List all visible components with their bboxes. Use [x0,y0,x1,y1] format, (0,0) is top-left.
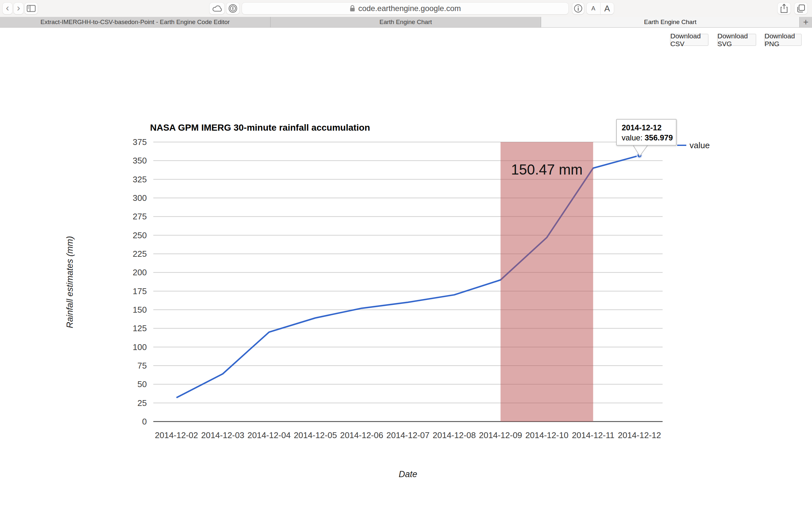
y-tick-label: 175 [133,286,147,296]
x-tick-label: 2014-12-04 [247,430,291,440]
tab-bar: Extract-IMERGHH-to-CSV-basedon-Point - E… [0,17,812,28]
x-tick-label: 2014-12-10 [525,430,568,440]
back-button[interactable]: ‹ [3,3,12,14]
y-tick-label: 0 [142,417,147,426]
y-tick-label: 275 [133,212,147,221]
url-text: code.earthengine.google.com [358,4,461,13]
sidebar-icon [27,5,36,12]
tooltip-pointer [633,145,648,156]
tooltip-value: 356.979 [645,133,673,142]
legend-label: value [689,140,710,150]
highlight-band [500,142,593,422]
icloud-tab-button[interactable] [209,3,225,14]
x-tick-label: 2014-12-07 [386,430,430,440]
extension-button[interactable] [226,3,239,14]
y-tick-label: 200 [133,267,147,277]
y-tick-label: 50 [137,379,147,389]
x-tick-label: 2014-12-05 [294,430,337,440]
address-bar[interactable]: code.earthengine.google.com [242,3,568,14]
y-tick-label: 250 [133,230,147,240]
y-tick-label: 350 [133,156,147,165]
reader-info-button[interactable] [572,3,584,14]
text-size-large-button[interactable]: A [601,3,614,14]
browser-tab-2[interactable]: Earth Engine Chart [271,17,541,27]
lock-icon [349,5,355,12]
chart-title: NASA GPM IMERG 30-minute rainfall accumu… [150,123,370,133]
y-tick-label: 100 [133,342,147,352]
y-tick-label: 125 [133,324,147,333]
chart-tooltip: 2014-12-12 value: 356.979 [616,119,677,145]
cloud-icon [212,5,222,12]
y-tick-label: 150 [133,305,147,314]
x-tick-label: 2014-12-03 [201,430,244,440]
tooltip-value-row: value: 356.979 [622,133,676,143]
x-tick-label: 2014-12-02 [155,430,198,440]
sidebar-toggle-button[interactable] [25,3,38,14]
browser-toolbar: ‹ › code.earthengine.google.com [0,0,812,17]
y-tick-label: 75 [137,361,147,371]
x-tick-label: 2014-12-12 [618,430,661,440]
download-png-button[interactable]: Download PNG [764,34,802,46]
x-tick-label: 2014-12-08 [433,430,476,440]
tab-overview-button[interactable] [795,3,807,14]
download-csv-button[interactable]: Download CSV [670,34,708,46]
browser-tab-3[interactable]: Earth Engine Chart [541,17,800,27]
text-size-small-button[interactable]: A [586,3,601,14]
y-tick-label: 375 [133,137,147,147]
y-tick-label: 225 [133,249,147,259]
extension-icon [228,4,237,13]
x-tick-label: 2014-12-06 [340,430,383,440]
browser-tab-1[interactable]: Extract-IMERGHH-to-CSV-basedon-Point - E… [0,17,271,27]
text-size-control[interactable]: A A [586,3,614,14]
y-axis-title: Rainfall estimates (mm) [65,236,75,328]
tooltip-date: 2014-12-12 [622,123,676,133]
y-tick-label: 300 [133,193,147,203]
new-tab-button[interactable]: + [800,17,812,27]
forward-button[interactable]: › [14,3,23,14]
chevron-right-icon: › [17,3,20,13]
x-tick-label: 2014-12-09 [479,430,522,440]
chevron-left-icon: ‹ [6,3,9,13]
y-tick-label: 325 [133,174,147,184]
tab-overview-icon [797,4,805,13]
share-button[interactable] [777,3,791,14]
y-tick-label: 25 [137,398,147,408]
x-axis-title: Date [398,469,417,479]
band-label: 150.47 mm [511,162,583,177]
share-icon [780,4,788,13]
x-tick-label: 2014-12-11 [572,430,615,440]
chart-canvas[interactable]: NASA GPM IMERG 30-minute rainfall accumu… [0,0,812,508]
info-icon [574,4,582,13]
download-svg-button[interactable]: Download SVG [717,34,756,46]
